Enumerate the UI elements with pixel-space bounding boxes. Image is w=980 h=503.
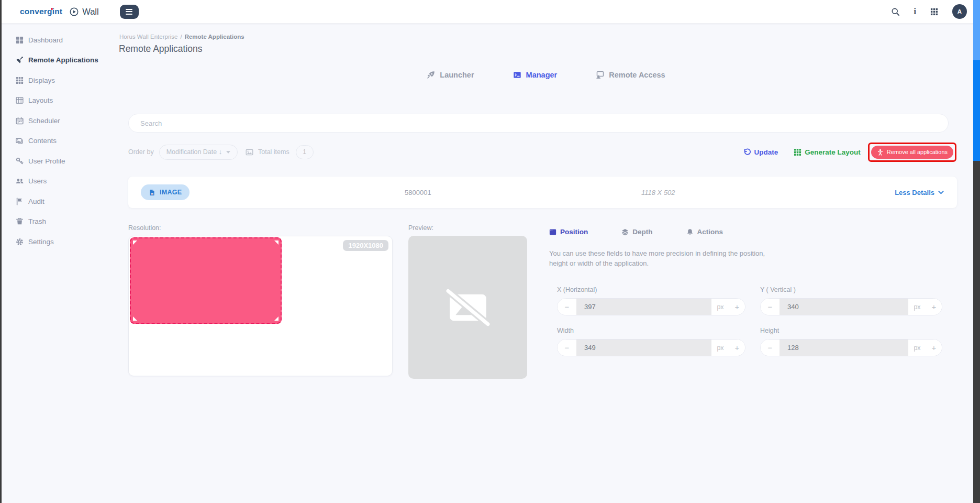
sidebar-item-displays[interactable]: Displays bbox=[2, 70, 119, 91]
sidebar-item-label: User Profile bbox=[28, 157, 65, 165]
tab-launcher[interactable]: Launcher bbox=[427, 71, 474, 79]
manager-window-icon bbox=[513, 71, 521, 79]
sidebar-item-dashboard[interactable]: Dashboard bbox=[2, 30, 119, 50]
scrollbar-track[interactable] bbox=[973, 161, 980, 503]
key-icon bbox=[16, 157, 24, 165]
field-label: Y ( Vertical ) bbox=[760, 286, 942, 293]
remote-access-icon bbox=[596, 71, 604, 79]
resolution-badge: 1920X1080 bbox=[343, 240, 388, 251]
order-by-dropdown[interactable]: Modification Date ↓ bbox=[159, 145, 238, 160]
sidebar-item-label: Settings bbox=[28, 238, 54, 246]
resize-handle-bottom-right[interactable] bbox=[274, 316, 279, 321]
field-label: Width bbox=[557, 327, 745, 334]
tab-depth[interactable]: Depth bbox=[621, 228, 652, 236]
scrollbar-thumb[interactable] bbox=[973, 60, 980, 161]
sidebar-item-settings[interactable]: Settings bbox=[2, 232, 119, 252]
tab-position[interactable]: Position bbox=[549, 228, 588, 236]
panel-description: You can use these fields to have more pr… bbox=[549, 248, 957, 268]
unit-label: px bbox=[711, 344, 729, 352]
width-stepper: − 349 px + bbox=[557, 339, 745, 356]
sidebar-item-user-profile[interactable]: User Profile bbox=[2, 151, 119, 171]
decrement-button[interactable]: − bbox=[558, 340, 576, 356]
search-icon[interactable] bbox=[891, 7, 900, 16]
apps-grid-icon[interactable] bbox=[930, 8, 938, 16]
main-content: Horus Wall Enterprise/Remote Application… bbox=[119, 24, 973, 503]
generate-layout-button[interactable]: Generate Layout bbox=[794, 148, 861, 156]
sidebar-item-layouts[interactable]: Layouts bbox=[2, 91, 119, 111]
application-row[interactable]: IMAGE 5800001 1118 X 502 Less Details bbox=[128, 177, 957, 208]
sidebar-item-users[interactable]: Users bbox=[2, 171, 119, 192]
scrollbar[interactable] bbox=[973, 0, 980, 503]
sidebar-item-scheduler[interactable]: Scheduler bbox=[2, 111, 119, 131]
width-value-input[interactable]: 349 bbox=[576, 340, 711, 356]
tab-label: Launcher bbox=[440, 71, 474, 79]
order-by-value: Modification Date ↓ bbox=[166, 148, 222, 156]
flag-icon bbox=[16, 198, 24, 205]
decrement-button[interactable]: − bbox=[761, 340, 779, 356]
total-items-count: 1 bbox=[296, 145, 314, 159]
tab-remote-access[interactable]: Remote Access bbox=[596, 71, 665, 79]
unit-label: px bbox=[908, 303, 926, 311]
info-icon[interactable]: i bbox=[914, 7, 916, 16]
topbar-actions: i A bbox=[891, 4, 967, 19]
field-label: Height bbox=[760, 327, 942, 334]
users-icon bbox=[16, 177, 24, 185]
sidebar-item-label: Dashboard bbox=[28, 36, 63, 44]
play-circle-icon bbox=[70, 7, 79, 16]
y-value-input[interactable]: 340 bbox=[779, 299, 908, 315]
increment-button[interactable]: + bbox=[926, 299, 942, 315]
menu-toggle-button[interactable] bbox=[120, 5, 139, 19]
scrollbar-thumb-light[interactable] bbox=[973, 0, 980, 60]
y-stepper: − 340 px + bbox=[760, 298, 942, 315]
x-value-input[interactable]: 397 bbox=[576, 299, 711, 315]
topbar: convergint Wall i A bbox=[2, 0, 973, 24]
sidebar-item-remote-applications[interactable]: Remote Applications bbox=[2, 50, 119, 71]
avatar[interactable]: A bbox=[952, 4, 967, 19]
height-stepper: − 128 px + bbox=[760, 339, 942, 356]
sidebar-item-contents[interactable]: Contents bbox=[2, 131, 119, 151]
less-details-toggle[interactable]: Less Details bbox=[895, 189, 944, 196]
application-region[interactable] bbox=[130, 237, 282, 324]
window-left-border bbox=[0, 0, 2, 503]
sidebar-item-label: Scheduler bbox=[28, 117, 60, 125]
field-label: X (Horizontal) bbox=[557, 286, 745, 293]
product-label: Wall bbox=[82, 7, 98, 17]
resize-handle-top-right[interactable] bbox=[274, 240, 279, 245]
increment-button[interactable]: + bbox=[729, 340, 745, 356]
gear-icon bbox=[16, 238, 24, 246]
unit-label: px bbox=[908, 344, 926, 352]
calendar-icon bbox=[16, 117, 24, 125]
update-button[interactable]: Update bbox=[743, 148, 778, 156]
decrement-button[interactable]: − bbox=[558, 299, 576, 315]
breadcrumb-parent[interactable]: Horus Wall Enterprise bbox=[119, 34, 177, 40]
sidebar-item-label: Displays bbox=[28, 76, 55, 84]
person-remove-icon bbox=[877, 149, 884, 156]
resolution-canvas: 1920X1080 bbox=[128, 236, 393, 376]
height-value-input[interactable]: 128 bbox=[779, 340, 908, 356]
layout-table-icon bbox=[16, 96, 24, 104]
sidebar-item-trash[interactable]: Trash bbox=[2, 212, 119, 232]
panel-tabs: Position Depth Actions bbox=[549, 228, 957, 236]
decrement-button[interactable]: − bbox=[761, 299, 779, 315]
sidebar-item-audit[interactable]: Audit bbox=[2, 191, 119, 212]
tab-label: Remote Access bbox=[609, 71, 665, 79]
increment-button[interactable]: + bbox=[729, 299, 745, 315]
preview-label: Preview: bbox=[408, 224, 433, 232]
search-input[interactable] bbox=[128, 114, 949, 133]
order-by-label: Order by bbox=[128, 148, 154, 156]
resize-handle-top-left[interactable] bbox=[133, 240, 137, 245]
remove-all-applications-button[interactable]: Remove all applications bbox=[871, 146, 953, 159]
field-x: X (Horizontal) − 397 px + bbox=[557, 286, 745, 315]
caret-down-icon bbox=[226, 151, 230, 154]
resize-handle-bottom-left[interactable] bbox=[133, 316, 137, 321]
type-badge: IMAGE bbox=[141, 184, 190, 200]
list-controls: Order by Modification Date ↓ Total items… bbox=[128, 142, 956, 162]
total-items-image-icon bbox=[246, 148, 253, 156]
tab-label: Manager bbox=[526, 71, 558, 79]
increment-button[interactable]: + bbox=[926, 340, 942, 356]
tab-actions[interactable]: Actions bbox=[686, 228, 723, 236]
tab-manager[interactable]: Manager bbox=[513, 71, 558, 79]
list-actions: Update Generate Layout Remove all applic… bbox=[743, 143, 956, 162]
sidebar-item-label: Contents bbox=[28, 137, 57, 145]
total-items-label: Total items bbox=[258, 148, 289, 156]
